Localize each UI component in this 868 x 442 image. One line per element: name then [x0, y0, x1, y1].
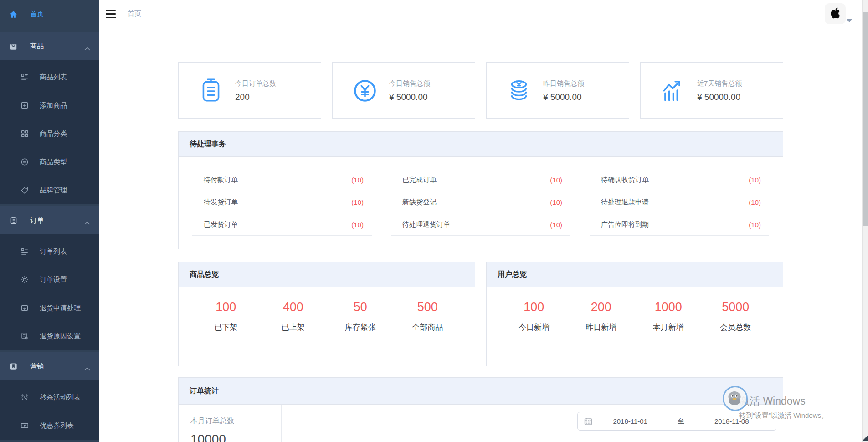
pending-item[interactable]: 已发货订单 (10): [192, 213, 372, 236]
hamburger-menu-icon[interactable]: [106, 6, 121, 21]
panel-title: 订单统计: [190, 386, 219, 396]
stat-card-week-sales[interactable]: 近7天销售总额 ¥ 50000.00: [640, 62, 783, 119]
user-overview-body: 100 今日新增 200 昨日新增 1000 本月新增 5000 会员总数: [487, 287, 783, 333]
pending-item[interactable]: 待处理退货订单 (10): [391, 213, 570, 236]
sidebar-item-product[interactable]: 商品: [0, 32, 99, 60]
home-icon: [9, 10, 18, 19]
overview-stat[interactable]: 5000 会员总数: [702, 300, 770, 333]
breadcrumb[interactable]: 首页: [128, 10, 141, 18]
avatar[interactable]: [825, 3, 846, 24]
order-month-metric: 本月订单总数 10000: [179, 405, 282, 442]
sidebar-item-marketing[interactable]: 营销: [0, 352, 99, 380]
pending-item[interactable]: 广告位即将到期 (10): [590, 213, 769, 236]
sidebar-item-product-type[interactable]: 商品类型: [0, 148, 99, 176]
overview-stat[interactable]: 1000 本月新增: [635, 300, 702, 333]
sidebar-item-product-add[interactable]: 添加商品: [0, 91, 99, 120]
pending-item[interactable]: 待确认收货订单 (10): [590, 169, 769, 191]
sidebar-item-order-list[interactable]: 订单列表: [0, 237, 99, 265]
sidebar-item-return-apply[interactable]: 退货申请处理: [0, 294, 99, 322]
scrollbar-thumb[interactable]: [863, 12, 868, 226]
stat-card-value: ¥ 5000.00: [543, 92, 584, 102]
sidebar-item-product-list[interactable]: 商品列表: [0, 63, 99, 91]
corner-resize-glyph: [863, 436, 868, 441]
sidebar-item-coupon[interactable]: 优惠券列表: [0, 411, 99, 440]
sidebar-item-label: 商品分类: [40, 130, 67, 138]
product-overview-header: 商品总览: [179, 262, 475, 287]
product-overview-panel: 商品总览 100 已下架 400 已上架 50 库存紧张 500 全部商品: [178, 262, 475, 366]
sidebar-item-label: 秒杀活动列表: [40, 393, 81, 402]
pending-count: (10): [351, 198, 364, 206]
panel-title: 商品总览: [190, 270, 219, 280]
pending-item[interactable]: 待发货订单 (10): [192, 191, 372, 213]
user-overview-header: 用户总览: [487, 262, 783, 287]
panel-title: 待处理事务: [190, 140, 226, 149]
chevron-up-icon: [84, 44, 90, 52]
sidebar-item-product-category[interactable]: 商品分类: [0, 120, 99, 148]
sidebar-item-label: 商品列表: [40, 73, 67, 82]
week-sales-icon: [660, 78, 686, 104]
pending-item[interactable]: 新缺货登记 (10): [391, 191, 570, 213]
pending-count: (10): [749, 221, 761, 229]
pending-item[interactable]: 待付款订单 (10): [192, 169, 372, 191]
sidebar-item-order-setting[interactable]: 订单设置: [0, 265, 99, 294]
pending-count: (10): [550, 198, 562, 206]
date-separator: 至: [668, 417, 694, 426]
order-list-icon: [20, 247, 29, 256]
sidebar-item-brand[interactable]: 品牌管理: [0, 176, 99, 204]
pending-count: (10): [351, 176, 364, 184]
page-scrollbar[interactable]: [862, 0, 868, 442]
overview-stat[interactable]: 400 已上架: [260, 300, 327, 333]
pending-count: (10): [550, 221, 562, 229]
product-icon: [9, 42, 18, 51]
top-navbar: 首页: [99, 0, 862, 27]
date-end-field[interactable]: 2018-11-08: [694, 417, 770, 425]
sidebar-item-label: 首页: [30, 10, 44, 19]
sidebar-item-home[interactable]: 首页: [0, 0, 99, 28]
product-list-icon: [20, 73, 29, 82]
sidebar-item-flash-sale[interactable]: 秒杀活动列表: [0, 383, 99, 411]
sidebar-item-label: 订单设置: [40, 276, 67, 284]
overview-stat[interactable]: 100 已下架: [192, 300, 260, 333]
return-apply-icon: [20, 304, 29, 312]
stat-card-today-orders[interactable]: 今日订单总数 200: [178, 62, 321, 119]
stat-card-yesterday-sales[interactable]: 昨日销售总额 ¥ 5000.00: [486, 62, 629, 119]
product-overview-body: 100 已下架 400 已上架 50 库存紧张 500 全部商品: [179, 287, 475, 333]
pending-panel: 待处理事务 待付款订单 (10) 已完成订单 (10) 待确认收货订单 (10)…: [178, 131, 783, 249]
pending-count: (10): [749, 198, 761, 206]
yesterday-sales-icon: [506, 78, 532, 104]
order-setting-icon: [20, 276, 29, 284]
stat-card-today-sales[interactable]: 今日销售总额 ¥ 5000.00: [332, 62, 475, 119]
stat-card-label: 昨日销售总额: [543, 79, 584, 88]
overview-stat[interactable]: 500 全部商品: [394, 300, 462, 333]
order-stats-body: 本月订单总数 10000 2018-11-01 至 2018-11-08: [179, 405, 783, 442]
product-submenu: 商品列表 添加商品 商品分类 商品类型 品牌管理: [0, 60, 99, 204]
date-start-field[interactable]: 2018-11-01: [592, 417, 668, 425]
pending-items-grid: 待付款订单 (10) 已完成订单 (10) 待确认收货订单 (10) 待发货订单…: [179, 157, 783, 236]
sidebar-item-label: 商品类型: [40, 158, 67, 166]
sidebar-item-order[interactable]: 订单: [0, 206, 99, 234]
marketing-icon: [9, 362, 18, 371]
sidebar-item-label: 品牌管理: [40, 186, 67, 195]
stat-card-value: ¥ 5000.00: [389, 92, 430, 102]
overview-stat[interactable]: 200 昨日新增: [568, 300, 635, 333]
marketing-submenu: 秒杀活动列表 优惠券列表: [0, 380, 99, 440]
sidebar-item-label: 添加商品: [40, 101, 67, 110]
chat-assistant-icon[interactable]: [722, 385, 748, 411]
pending-item[interactable]: 已完成订单 (10): [391, 169, 570, 191]
stat-card-value: ¥ 50000.00: [697, 92, 742, 102]
pending-count: (10): [550, 176, 562, 184]
overview-stat[interactable]: 100 今日新增: [500, 300, 568, 333]
overview-stat[interactable]: 50 库存紧张: [327, 300, 394, 333]
sidebar-item-label: 营销: [30, 362, 44, 371]
sidebar-item-label: 退货申请处理: [40, 304, 81, 312]
sidebar-item-return-reason[interactable]: 退货原因设置: [0, 322, 99, 350]
product-category-icon: [20, 130, 29, 138]
date-range-picker[interactable]: 2018-11-01 至 2018-11-08: [577, 412, 776, 431]
pending-item[interactable]: 待处理退款申请 (10): [590, 191, 769, 213]
order-stats-header: 订单统计: [179, 378, 783, 405]
chevron-up-icon: [84, 364, 90, 372]
chevron-up-icon: [84, 218, 90, 226]
stat-card-label: 今日订单总数: [235, 79, 276, 88]
avatar-dropdown-caret-icon[interactable]: [847, 19, 852, 22]
today-sales-icon: [352, 78, 378, 104]
